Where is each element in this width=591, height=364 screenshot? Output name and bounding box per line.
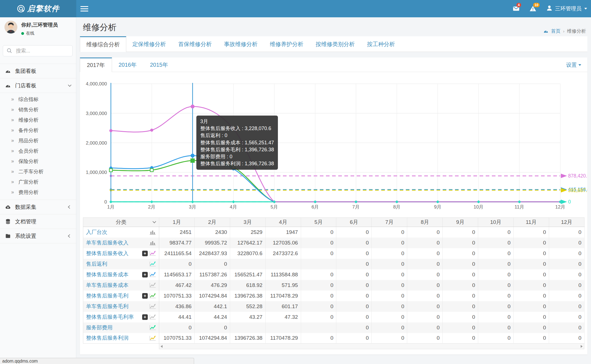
search-input[interactable] bbox=[16, 48, 63, 54]
sidebar-subitem[interactable]: »广宣分析 bbox=[0, 177, 76, 187]
settings-dropdown[interactable]: 设置 bbox=[566, 61, 581, 69]
table-row: 单车售后服务毛利436.86442.1552.28601.1700000000 bbox=[83, 301, 585, 312]
alerts-button[interactable]: 10 bbox=[529, 5, 537, 12]
sidebar-subitem[interactable]: »二手车分析 bbox=[0, 166, 76, 177]
value-cell: 0 bbox=[549, 269, 584, 280]
row-label-link[interactable]: 售后返利 bbox=[86, 260, 149, 268]
tab-4[interactable]: 事故维修分析 bbox=[218, 36, 264, 52]
line-chart-icon[interactable] bbox=[149, 336, 156, 341]
sidebar-item-3[interactable]: 数据采集 bbox=[0, 200, 76, 214]
row-label-link[interactable]: 单车售后服务成本 bbox=[86, 282, 149, 289]
sidebar-subitem[interactable]: »用品分析 bbox=[0, 135, 76, 146]
line-chart-icon[interactable] bbox=[149, 261, 156, 267]
sidebar-item-4[interactable]: 文档管理 bbox=[0, 214, 76, 229]
value-cell: 0 bbox=[549, 333, 584, 344]
value-cell: 0 bbox=[443, 269, 478, 280]
category-column-header[interactable]: 分类 bbox=[83, 218, 159, 227]
bar-chart-icon[interactable] bbox=[149, 229, 156, 235]
sidebar-subitem[interactable]: »费用分析 bbox=[0, 187, 76, 197]
sidebar-subitem[interactable]: »维修分析 bbox=[0, 115, 76, 125]
row-label-link[interactable]: 整体售后服务毛利率 bbox=[86, 313, 142, 321]
sidebar: 你好,三环管理员 在线 集团看板门店看板»综合指标»销售分析»维修分析»备件分析… bbox=[0, 17, 76, 364]
year-tab-2[interactable]: 2016年 bbox=[112, 58, 144, 72]
sidebar-toggle-button[interactable] bbox=[80, 5, 89, 13]
svg-text:0: 0 bbox=[568, 199, 571, 205]
tab-3[interactable]: 首保维修分析 bbox=[172, 36, 218, 52]
sidebar-subitem[interactable]: »备件分析 bbox=[0, 125, 76, 135]
category-cell-inner: 单车售后服务毛利 bbox=[86, 303, 156, 310]
month-column-header: 4月 bbox=[265, 218, 301, 227]
row-label-link[interactable]: 整体售后服务成本 bbox=[86, 271, 142, 278]
sidebar-subitem[interactable]: »综合指标 bbox=[0, 94, 76, 104]
line-chart-icon[interactable] bbox=[149, 293, 156, 298]
messages-button[interactable]: 4 bbox=[513, 5, 520, 12]
scroll-right-icon[interactable] bbox=[581, 345, 583, 348]
expand-plus-icon[interactable]: + bbox=[142, 293, 148, 299]
value-cell: 0 bbox=[336, 248, 372, 259]
tab-7[interactable]: 按工种分析 bbox=[361, 36, 401, 52]
breadcrumb-home-link[interactable]: 首页 bbox=[551, 28, 561, 34]
month-column-header: 9月 bbox=[443, 218, 478, 227]
svg-text:12月: 12月 bbox=[555, 204, 565, 210]
row-label-link[interactable]: 服务部费用 bbox=[86, 324, 149, 331]
line-chart-icon[interactable] bbox=[149, 304, 156, 309]
sidebar-item-5[interactable]: 系统设置 bbox=[0, 229, 76, 243]
row-label-link[interactable]: 整体售后服务毛利 bbox=[86, 292, 142, 300]
value-cell: 1565251.47 bbox=[230, 269, 265, 280]
browser-status-bar: adom.qqdms.com bbox=[0, 358, 194, 364]
scroll-left-icon[interactable] bbox=[161, 345, 163, 348]
tooltip-line: 售后返利 : 0 bbox=[200, 132, 274, 139]
value-cell: 0 bbox=[301, 291, 336, 301]
tab-2[interactable]: 定保维修分析 bbox=[126, 36, 172, 52]
value-cell: 0 bbox=[336, 291, 372, 301]
sidebar-subitem[interactable]: »会员分析 bbox=[0, 146, 76, 156]
value-cell: 0 bbox=[513, 227, 549, 238]
svg-text:4,000,000: 4,000,000 bbox=[86, 81, 107, 87]
tab-5[interactable]: 维修养护分析 bbox=[264, 36, 309, 52]
user-menu-button[interactable]: 三环管理员 bbox=[546, 5, 587, 13]
row-label-link[interactable]: 整体售后服务利润 bbox=[86, 334, 149, 342]
tab-1[interactable]: 维修综合分析 bbox=[80, 36, 126, 52]
row-label-link[interactable]: 入厂台次 bbox=[86, 229, 149, 236]
expand-plus-icon[interactable]: + bbox=[142, 272, 148, 277]
sidebar-subitem[interactable]: »保险分析 bbox=[0, 156, 76, 166]
year-tab-3[interactable]: 2015年 bbox=[143, 58, 175, 72]
category-cell: 单车售后服务收入 bbox=[83, 238, 159, 248]
tooltip-title: 3月 bbox=[200, 118, 274, 125]
bar-chart-icon[interactable] bbox=[149, 240, 156, 245]
line-chart-icon[interactable] bbox=[149, 314, 156, 320]
table-horizontal-scrollbar[interactable] bbox=[159, 344, 584, 349]
value-cell bbox=[265, 259, 301, 269]
value-cell: 1947 bbox=[265, 227, 301, 238]
value-cell: 0 bbox=[513, 238, 549, 248]
sidebar-subitem-label: 备件分析 bbox=[18, 127, 39, 134]
value-cell: 0 bbox=[407, 312, 443, 322]
expand-plus-icon[interactable]: + bbox=[142, 314, 148, 320]
user-icon bbox=[546, 5, 553, 13]
value-cell bbox=[230, 259, 265, 269]
category-cell-inner: 整体售后服务收入+ bbox=[86, 250, 156, 257]
row-label-link[interactable]: 单车售后服务收入 bbox=[86, 239, 149, 246]
line-chart-icon[interactable] bbox=[149, 325, 156, 330]
line-chart-icon[interactable] bbox=[149, 282, 156, 288]
sidebar-item-1[interactable]: 集团看板 bbox=[0, 64, 76, 78]
sidebar-item-label: 系统设置 bbox=[15, 233, 64, 240]
sidebar-item-2[interactable]: 门店看板 bbox=[0, 78, 76, 93]
value-cell: 0 bbox=[407, 259, 443, 269]
row-label-link[interactable]: 整体售后服务收入 bbox=[86, 250, 142, 257]
app-logo[interactable]: 启擎软件 bbox=[0, 0, 76, 17]
row-label-link[interactable]: 单车售后服务毛利 bbox=[86, 303, 149, 310]
value-cell: 0 bbox=[301, 227, 336, 238]
line-chart-icon[interactable] bbox=[149, 272, 156, 277]
value-cell: 0 bbox=[549, 312, 584, 322]
category-cell-inner: 单车售后服务成本 bbox=[86, 282, 156, 289]
line-chart-icon[interactable] bbox=[149, 251, 156, 256]
value-cell bbox=[301, 322, 336, 333]
value-cell: 0 bbox=[513, 301, 549, 312]
sidebar-subitem[interactable]: »销售分析 bbox=[0, 104, 76, 115]
tab-6[interactable]: 按维修类别分析 bbox=[309, 36, 361, 52]
year-tab-1[interactable]: 2017年 bbox=[80, 58, 112, 72]
expand-plus-icon[interactable]: + bbox=[142, 251, 148, 256]
svg-text:9月: 9月 bbox=[434, 204, 441, 210]
svg-text:3月: 3月 bbox=[189, 204, 196, 210]
